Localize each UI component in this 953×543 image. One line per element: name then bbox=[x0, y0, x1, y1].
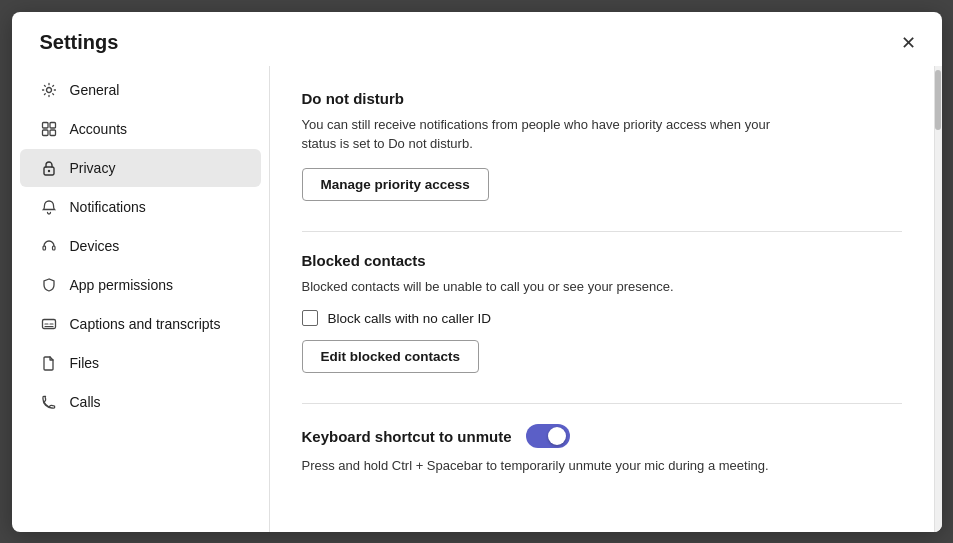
dialog-title: Settings bbox=[40, 31, 119, 54]
divider-1 bbox=[302, 231, 902, 232]
toggle-knob bbox=[548, 427, 566, 445]
sidebar-label-privacy: Privacy bbox=[70, 160, 116, 176]
headset-icon bbox=[40, 237, 58, 255]
scrollbar-thumb bbox=[935, 70, 941, 130]
blocked-title: Blocked contacts bbox=[302, 252, 902, 269]
sidebar-label-general: General bbox=[70, 82, 120, 98]
sidebar-label-calls: Calls bbox=[70, 394, 101, 410]
keyboard-shortcut-toggle[interactable] bbox=[526, 424, 570, 448]
sidebar-label-accounts: Accounts bbox=[70, 121, 128, 137]
divider-2 bbox=[302, 403, 902, 404]
svg-rect-1 bbox=[42, 122, 48, 128]
svg-rect-3 bbox=[42, 130, 48, 136]
sidebar-item-devices[interactable]: Devices bbox=[20, 227, 261, 265]
settings-dialog: Settings ✕ General bbox=[12, 12, 942, 532]
svg-point-0 bbox=[46, 87, 51, 92]
close-button[interactable]: ✕ bbox=[895, 30, 922, 56]
bell-icon bbox=[40, 198, 58, 216]
sidebar-item-files[interactable]: Files bbox=[20, 344, 261, 382]
shield-icon bbox=[40, 276, 58, 294]
keyboard-shortcut-description: Press and hold Ctrl + Spacebar to tempor… bbox=[302, 456, 782, 476]
keyboard-shortcut-section: Keyboard shortcut to unmute Press and ho… bbox=[302, 424, 902, 476]
accounts-icon bbox=[40, 120, 58, 138]
sidebar-label-captions: Captions and transcripts bbox=[70, 316, 221, 332]
sidebar-item-calls[interactable]: Calls bbox=[20, 383, 261, 421]
sidebar-label-app-permissions: App permissions bbox=[70, 277, 174, 293]
svg-point-6 bbox=[47, 169, 49, 171]
sidebar-label-notifications: Notifications bbox=[70, 199, 146, 215]
file-icon bbox=[40, 354, 58, 372]
sidebar-item-notifications[interactable]: Notifications bbox=[20, 188, 261, 226]
sidebar-item-privacy[interactable]: Privacy bbox=[20, 149, 261, 187]
sidebar-item-captions[interactable]: Captions and transcripts bbox=[20, 305, 261, 343]
keyboard-shortcut-title: Keyboard shortcut to unmute bbox=[302, 428, 512, 445]
dialog-body: General Accounts bbox=[12, 66, 942, 532]
scrollbar[interactable] bbox=[934, 66, 942, 532]
captions-icon bbox=[40, 315, 58, 333]
keyboard-shortcut-toggle-row: Keyboard shortcut to unmute bbox=[302, 424, 902, 448]
block-no-caller-id-label: Block calls with no caller ID bbox=[328, 311, 492, 326]
dnd-title: Do not disturb bbox=[302, 90, 902, 107]
blocked-contacts-section: Blocked contacts Blocked contacts will b… bbox=[302, 252, 902, 376]
sidebar: General Accounts bbox=[12, 66, 270, 532]
gear-icon bbox=[40, 81, 58, 99]
lock-icon bbox=[40, 159, 58, 177]
sidebar-label-files: Files bbox=[70, 355, 100, 371]
block-no-caller-id-checkbox[interactable] bbox=[302, 310, 318, 326]
svg-rect-4 bbox=[50, 130, 56, 136]
sidebar-label-devices: Devices bbox=[70, 238, 120, 254]
do-not-disturb-section: Do not disturb You can still receive not… bbox=[302, 90, 902, 203]
sidebar-item-general[interactable]: General bbox=[20, 71, 261, 109]
sidebar-item-app-permissions[interactable]: App permissions bbox=[20, 266, 261, 304]
sidebar-item-accounts[interactable]: Accounts bbox=[20, 110, 261, 148]
manage-priority-access-button[interactable]: Manage priority access bbox=[302, 168, 489, 201]
block-no-caller-id-row: Block calls with no caller ID bbox=[302, 310, 902, 326]
dnd-description: You can still receive notifications from… bbox=[302, 115, 782, 154]
phone-icon bbox=[40, 393, 58, 411]
svg-rect-2 bbox=[50, 122, 56, 128]
edit-blocked-contacts-button[interactable]: Edit blocked contacts bbox=[302, 340, 480, 373]
dialog-header: Settings ✕ bbox=[12, 12, 942, 66]
main-content: Do not disturb You can still receive not… bbox=[270, 66, 934, 532]
blocked-description: Blocked contacts will be unable to call … bbox=[302, 277, 782, 297]
